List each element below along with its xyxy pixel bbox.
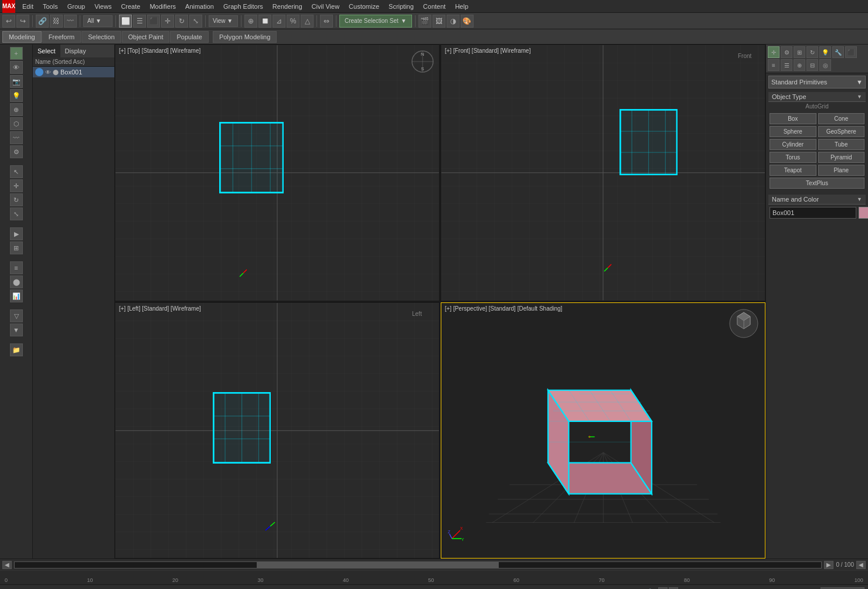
viewport-left[interactable]: [+] [Left] [Standard] [Wireframe] Left <box>115 302 440 559</box>
view-dropdown[interactable]: View ▼ <box>209 15 238 27</box>
object-name-input[interactable] <box>770 207 856 219</box>
bind-space-warp-button[interactable]: 〰 <box>64 15 77 28</box>
render-icon[interactable]: ▶ <box>10 227 23 240</box>
scroll-left-button[interactable]: ◀ <box>2 561 12 569</box>
tube-button[interactable]: Tube <box>818 139 865 150</box>
scroll-left2-button[interactable]: ◀ <box>856 561 866 569</box>
hierarchy-panel-icon[interactable]: ⊞ <box>794 46 805 58</box>
menu-scripting[interactable]: Scripting <box>384 2 418 11</box>
scene-item-box001[interactable]: 👁 ⬤ Box001 <box>33 67 114 77</box>
helper-icon[interactable]: ⊕ <box>10 103 23 116</box>
unlink-button[interactable]: ⛓ <box>50 15 63 28</box>
undo-button[interactable]: ↩ <box>2 15 15 28</box>
snap-toggle[interactable]: 🔲 <box>258 15 271 28</box>
create-panel-icon[interactable]: ✛ <box>768 46 780 58</box>
filter-icon[interactable]: ▽ <box>10 309 23 322</box>
cone-button[interactable]: Cone <box>818 113 865 124</box>
modeling-tab[interactable]: Modeling <box>2 31 42 43</box>
spinner-snap[interactable]: △ <box>301 15 314 28</box>
shapes-icon[interactable]: ⬡ <box>10 117 23 130</box>
extra-panel-icon3[interactable]: ☰ <box>781 59 792 71</box>
move-button[interactable]: ✛ <box>161 15 174 28</box>
selection-tab[interactable]: Selection <box>81 31 121 43</box>
name-color-header[interactable]: Name and Color ▼ <box>768 195 866 205</box>
move-icon[interactable]: ✛ <box>10 179 23 192</box>
populate-tab[interactable]: Populate <box>170 31 208 43</box>
extra-panel-icon4[interactable]: ⊕ <box>794 59 805 71</box>
viewport-perspective[interactable]: [+] [Perspective] [Standard] [Default Sh… <box>441 302 765 559</box>
object-paint-tab[interactable]: Object Paint <box>122 31 170 43</box>
menu-group[interactable]: Group <box>63 2 90 11</box>
display-panel-icon[interactable]: 💡 <box>819 46 831 58</box>
rect-select-button[interactable]: ⬛ <box>147 15 160 28</box>
extra-panel-icon6[interactable]: ◎ <box>819 59 831 71</box>
angle-snap[interactable]: ⊿ <box>273 15 285 28</box>
create-selection-set-button[interactable]: Create Selection Set ▼ <box>339 15 412 28</box>
menu-graph-editors[interactable]: Graph Editors <box>219 2 268 11</box>
select-link-button[interactable]: 🔗 <box>36 15 49 28</box>
color-swatch[interactable] <box>859 207 868 219</box>
track-icon[interactable]: 📊 <box>10 290 23 302</box>
scroll-thumb[interactable] <box>257 562 499 568</box>
snap-a-button[interactable]: A <box>669 587 678 590</box>
cylinder-button[interactable]: Cylinder <box>770 139 816 150</box>
redo-button[interactable]: ↪ <box>16 15 29 28</box>
nav-gizmo[interactable] <box>728 308 760 340</box>
motion-panel-icon[interactable]: ↻ <box>806 46 818 58</box>
rotate-button[interactable]: ↻ <box>175 15 188 28</box>
spacewarp-icon[interactable]: 〰 <box>10 131 23 144</box>
menu-create[interactable]: Create <box>116 2 145 11</box>
polygon-modeling-tab[interactable]: Polygon Modeling <box>213 31 277 43</box>
plane-button[interactable]: Plane <box>818 165 865 176</box>
extra-panel-icon1[interactable]: ⬛ <box>845 46 857 58</box>
utilities-panel-icon[interactable]: 🔧 <box>832 46 844 58</box>
snap-s-button[interactable]: S <box>658 587 668 590</box>
menu-rendering[interactable]: Rendering <box>268 2 307 11</box>
create-icon[interactable]: + <box>10 47 23 60</box>
menu-help[interactable]: Help <box>450 2 473 11</box>
scale-button[interactable]: ⤡ <box>189 15 202 28</box>
torus-button[interactable]: Torus <box>770 152 816 163</box>
viewport-icon[interactable]: ⊞ <box>10 241 23 254</box>
systems-icon[interactable]: ⚙ <box>10 145 23 158</box>
camera-icon[interactable]: 📷 <box>10 75 23 88</box>
filter2-icon[interactable]: ▼ <box>10 324 23 336</box>
asset-icon[interactable]: 📁 <box>10 343 23 356</box>
menu-customize[interactable]: Customize <box>344 2 384 11</box>
select-tab[interactable]: Select <box>33 45 60 57</box>
pyramid-button[interactable]: Pyramid <box>818 152 865 163</box>
menu-civil-view[interactable]: Civil View <box>307 2 344 11</box>
box-button[interactable]: Box <box>770 113 816 124</box>
active-shade-btn[interactable]: ◑ <box>447 15 459 28</box>
select-name-button[interactable]: ☰ <box>133 15 146 28</box>
extra-panel-icon2[interactable]: ≡ <box>768 59 780 71</box>
menu-modifiers[interactable]: Modifiers <box>145 2 181 11</box>
rotate-icon[interactable]: ↻ <box>10 193 23 206</box>
timeline-icon[interactable]: ⬤ <box>10 275 23 288</box>
select-object-button[interactable]: ⬜ <box>119 15 132 28</box>
freeform-tab[interactable]: Freeform <box>42 31 81 43</box>
display-tab[interactable]: Display <box>60 45 91 57</box>
scale-icon[interactable]: ⤡ <box>10 207 23 220</box>
menu-tools[interactable]: Tools <box>38 2 63 11</box>
viewport-front[interactable]: [+] [Front] [Standard] [Wireframe] Front <box>441 45 765 301</box>
sphere-button[interactable]: Sphere <box>770 126 816 137</box>
select-icon[interactable]: ↖ <box>10 165 23 178</box>
viewport-top[interactable]: [+] [Top] [Standard] [Wireframe] N S <box>115 45 440 301</box>
filter-dropdown[interactable]: All ▼ <box>83 15 113 27</box>
percent-snap[interactable]: % <box>287 15 299 28</box>
scroll-track[interactable] <box>14 561 822 568</box>
display-icon[interactable]: 👁 <box>10 61 23 74</box>
menu-animation[interactable]: Animation <box>181 2 219 11</box>
material-editor-btn[interactable]: 🎨 <box>461 15 474 28</box>
modifier-list-icon[interactable]: ≡ <box>10 261 23 274</box>
light-icon[interactable]: 💡 <box>10 89 23 102</box>
scroll-right-button[interactable]: ▶ <box>824 561 833 569</box>
teapot-button[interactable]: Teapot <box>770 165 816 176</box>
object-type-header[interactable]: Object Type ▼ <box>768 92 866 102</box>
extra-panel-icon5[interactable]: ⊟ <box>806 59 818 71</box>
modify-panel-icon[interactable]: ⚙ <box>781 46 792 58</box>
menu-edit[interactable]: Edit <box>18 2 38 11</box>
render-setup-btn[interactable]: 🎬 <box>418 15 431 28</box>
render-frame-btn[interactable]: 🖼 <box>433 15 445 28</box>
